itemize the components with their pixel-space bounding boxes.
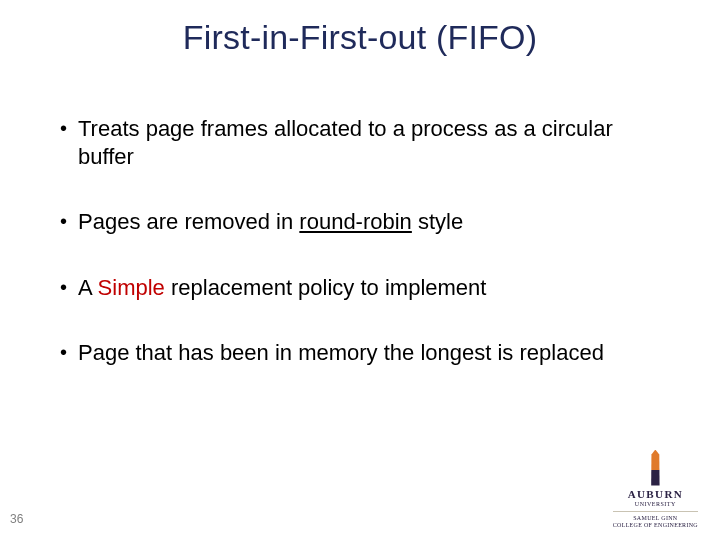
content-area: • Treats page frames allocated to a proc…: [60, 115, 670, 405]
bullet-dot-icon: •: [60, 274, 78, 300]
bullet-text: A Simple replacement policy to implement: [78, 274, 670, 302]
text-post: style: [412, 209, 463, 234]
university-logo: AUBURN UNIVERSITY SAMUEL GINN COLLEGE OF…: [613, 450, 698, 528]
text-post: replacement policy to implement: [165, 275, 487, 300]
tower-icon: [648, 450, 662, 486]
text-pre: A: [78, 275, 98, 300]
logo-college-line2: COLLEGE OF ENGINEERING: [613, 522, 698, 528]
bullet-item: • Pages are removed in round-robin style: [60, 208, 670, 236]
page-number: 36: [10, 512, 23, 526]
slide-title: First-in-First-out (FIFO): [0, 18, 720, 57]
bullet-dot-icon: •: [60, 115, 78, 141]
text-pre: Pages are removed in: [78, 209, 299, 234]
logo-divider: [613, 511, 698, 512]
bullet-item: • Treats page frames allocated to a proc…: [60, 115, 670, 170]
bullet-text: Treats page frames allocated to a proces…: [78, 115, 670, 170]
slide: First-in-First-out (FIFO) • Treats page …: [0, 0, 720, 540]
bullet-dot-icon: •: [60, 339, 78, 365]
logo-university-sub: UNIVERSITY: [613, 501, 698, 507]
logo-university-name: AUBURN: [613, 489, 698, 501]
underlined-text: round-robin: [299, 209, 412, 234]
highlighted-text: Simple: [98, 275, 165, 300]
bullet-text: Page that has been in memory the longest…: [78, 339, 670, 367]
bullet-text: Pages are removed in round-robin style: [78, 208, 670, 236]
bullet-dot-icon: •: [60, 208, 78, 234]
bullet-item: • Page that has been in memory the longe…: [60, 339, 670, 367]
bullet-item: • A Simple replacement policy to impleme…: [60, 274, 670, 302]
